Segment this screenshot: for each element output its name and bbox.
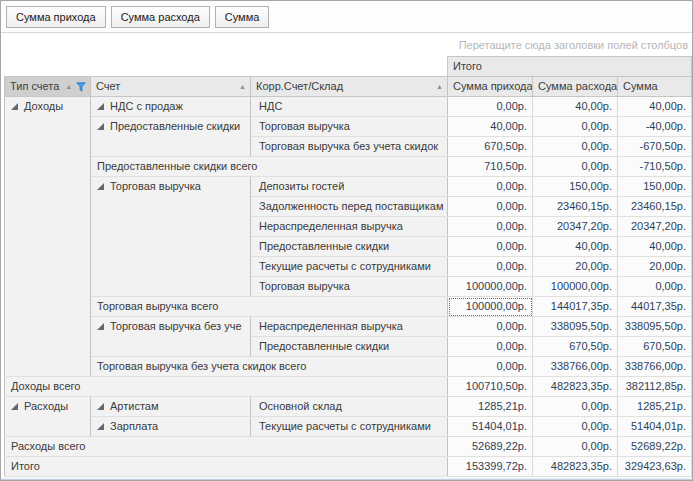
- collapse-triangle-icon[interactable]: [97, 403, 104, 410]
- value-cell[interactable]: -670,50р.: [618, 137, 692, 157]
- row-header-label: Торговая выручка без учета скидок: [259, 140, 438, 152]
- row-header-label: Доходы: [24, 100, 63, 112]
- value-cell[interactable]: 40,00р.: [533, 97, 618, 117]
- row-header-cell: Торговая выручка: [251, 117, 448, 137]
- value-cell[interactable]: 670,50р.: [618, 337, 692, 357]
- value-cell[interactable]: 1285,21р.: [618, 397, 692, 417]
- value-cell[interactable]: 0,00р.: [448, 337, 533, 357]
- value-cell[interactable]: 482823,35р.: [533, 457, 618, 477]
- value-cell[interactable]: 150,00р.: [618, 177, 692, 197]
- value-cell[interactable]: 100000,00р.: [533, 277, 618, 297]
- value-cell[interactable]: -40,00р.: [618, 117, 692, 137]
- row-group-header[interactable]: Артистам: [91, 397, 251, 417]
- value-cell[interactable]: 40,00р.: [618, 237, 692, 257]
- pivot-row: Торговая выручка всего100000,00р.144017,…: [5, 297, 692, 317]
- sort-asc-icon: ▲: [239, 77, 246, 96]
- row-header-label: Торговая выручка: [259, 120, 350, 132]
- value-cell[interactable]: 100000,00р.: [448, 277, 533, 297]
- value-cell[interactable]: 670,50р.: [533, 337, 618, 357]
- value-cell[interactable]: 0,00р.: [448, 257, 533, 277]
- data-field-toolbar: Сумма прихода Сумма расхода Сумма: [1, 1, 692, 33]
- value-cell[interactable]: 52689,22р.: [618, 437, 692, 457]
- row-group-header[interactable]: Торговая выручка: [91, 177, 251, 297]
- value-cell[interactable]: 23460,15р.: [533, 197, 618, 217]
- data-field-header-summa[interactable]: Сумма: [618, 77, 692, 97]
- value-cell[interactable]: 52689,22р.: [448, 437, 533, 457]
- value-cell[interactable]: 0,00р.: [448, 217, 533, 237]
- row-group-header[interactable]: Торговая выручка без уче: [91, 317, 251, 357]
- value-cell[interactable]: 0,00р.: [533, 157, 618, 177]
- row-field-header-schet[interactable]: Счет ▲: [91, 77, 251, 97]
- column-grand-total-row: Итого: [5, 57, 692, 77]
- sort-asc-icon: ▲: [436, 77, 443, 96]
- field-button-summa-prihoda[interactable]: Сумма прихода: [6, 6, 106, 28]
- value-cell[interactable]: 0,00р.: [533, 437, 618, 457]
- value-cell[interactable]: 338766,00р.: [533, 357, 618, 377]
- row-header-label: Текущие расчеты с сотрудниками: [259, 420, 431, 432]
- row-header-label: Предоставленные скидки: [110, 120, 240, 132]
- row-header-label: Торговая выручка: [110, 180, 201, 192]
- value-cell[interactable]: 20,00р.: [533, 257, 618, 277]
- value-cell[interactable]: 40,00р.: [448, 117, 533, 137]
- value-cell[interactable]: 20347,20р.: [533, 217, 618, 237]
- field-button-summa-rashoda[interactable]: Сумма расхода: [111, 6, 210, 28]
- value-cell[interactable]: 153399,72р.: [448, 457, 533, 477]
- value-cell[interactable]: 0,00р.: [533, 137, 618, 157]
- value-cell[interactable]: 1285,21р.: [448, 397, 533, 417]
- value-cell[interactable]: 0,00р.: [448, 357, 533, 377]
- value-cell[interactable]: 100710,50р.: [448, 377, 533, 397]
- value-cell[interactable]: 338095,50р.: [618, 317, 692, 337]
- collapse-triangle-icon[interactable]: [97, 423, 104, 430]
- row-group-header[interactable]: Доходы: [5, 97, 91, 377]
- value-cell[interactable]: 0,00р.: [533, 417, 618, 437]
- value-cell[interactable]: 20,00р.: [618, 257, 692, 277]
- row-group-header[interactable]: НДС с продаж: [91, 97, 251, 117]
- value-cell[interactable]: 40,00р.: [533, 237, 618, 257]
- value-cell[interactable]: 0,00р.: [448, 317, 533, 337]
- value-cell[interactable]: 150,00р.: [533, 177, 618, 197]
- value-cell[interactable]: 0,00р.: [448, 97, 533, 117]
- value-cell[interactable]: 338766,00р.: [618, 357, 692, 377]
- collapse-triangle-icon[interactable]: [97, 103, 104, 110]
- collapse-triangle-icon[interactable]: [97, 323, 104, 330]
- value-cell[interactable]: 23460,15р.: [618, 197, 692, 217]
- value-cell[interactable]: 44017,35р.: [618, 297, 692, 317]
- field-button-summa[interactable]: Сумма: [215, 6, 270, 28]
- value-cell[interactable]: 338095,50р.: [533, 317, 618, 337]
- value-cell[interactable]: 40,00р.: [618, 97, 692, 117]
- value-cell[interactable]: 51404,01р.: [448, 417, 533, 437]
- row-field-header-tip-scheta[interactable]: Тип счета ▲: [5, 77, 91, 97]
- row-header-label: НДС с продаж: [110, 100, 183, 112]
- field-label: Счет: [96, 77, 120, 96]
- value-cell[interactable]: 0,00р.: [533, 117, 618, 137]
- value-cell[interactable]: 51404,01р.: [618, 417, 692, 437]
- value-cell[interactable]: 0,00р.: [448, 197, 533, 217]
- collapse-triangle-icon[interactable]: [97, 123, 104, 130]
- value-cell[interactable]: 482823,35р.: [533, 377, 618, 397]
- data-field-header-summa-prihoda[interactable]: Сумма прихода: [448, 77, 533, 97]
- row-field-header-korr-schet-sklad[interactable]: Корр.Счет/Склад ▲: [251, 77, 448, 97]
- collapse-triangle-icon[interactable]: [11, 403, 18, 410]
- value-cell[interactable]: 0,00р.: [618, 277, 692, 297]
- value-cell[interactable]: 0,00р.: [448, 177, 533, 197]
- value-cell[interactable]: -710,50р.: [618, 157, 692, 177]
- value-cell[interactable]: 329423,63р.: [618, 457, 692, 477]
- value-cell[interactable]: 670,50р.: [448, 137, 533, 157]
- value-cell[interactable]: 710,50р.: [448, 157, 533, 177]
- value-cell[interactable]: 20347,20р.: [618, 217, 692, 237]
- collapse-triangle-icon[interactable]: [11, 103, 18, 110]
- data-field-header-summa-rashoda[interactable]: Сумма расхода: [533, 77, 618, 97]
- collapse-triangle-icon[interactable]: [97, 183, 104, 190]
- row-group-header[interactable]: Предоставленные скидки: [91, 117, 251, 157]
- value-cell[interactable]: 100000,00р.: [448, 297, 533, 317]
- row-header-label: Текущие расчеты с сотрудниками: [259, 260, 431, 272]
- column-grand-total-header[interactable]: Итого: [448, 57, 692, 77]
- row-group-header[interactable]: Расходы: [5, 397, 91, 437]
- row-group-header[interactable]: Зарплата: [91, 417, 251, 437]
- column-fields-drop-zone[interactable]: Перетащите сюда заголовки полей столбцов: [1, 33, 692, 56]
- value-cell[interactable]: 382112,85р.: [618, 377, 692, 397]
- value-cell[interactable]: 0,00р.: [533, 397, 618, 417]
- filter-icon[interactable]: [76, 82, 86, 92]
- value-cell[interactable]: 144017,35р.: [533, 297, 618, 317]
- value-cell[interactable]: 0,00р.: [448, 237, 533, 257]
